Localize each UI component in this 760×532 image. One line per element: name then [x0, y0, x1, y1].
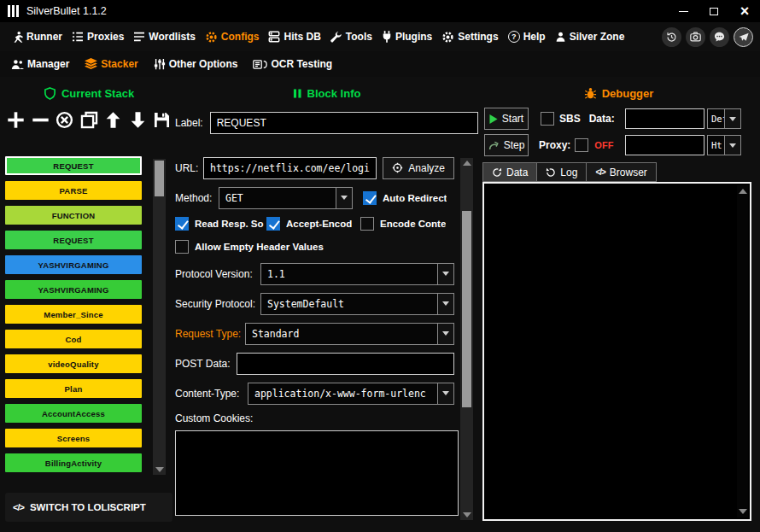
stack-item[interactable]: BillingActivity	[5, 453, 142, 472]
data-type-dropdown[interactable]: Def	[707, 108, 741, 129]
stack-item[interactable]: Screens	[5, 429, 142, 447]
maximize-button[interactable]	[699, 0, 729, 22]
stack-item[interactable]: YASHVIRGAMING	[5, 280, 142, 299]
start-label: Start	[502, 113, 523, 125]
accept-encoding-checkbox[interactable]	[266, 217, 280, 231]
tab-browser[interactable]: </> Browser	[586, 162, 656, 182]
content-type-caption: Content-Type:	[175, 388, 248, 400]
history-button[interactable]	[662, 27, 681, 47]
dropdown-button[interactable]	[724, 136, 740, 155]
runner-icon	[11, 31, 23, 44]
dropdown-button[interactable]	[437, 383, 453, 404]
remove-block-button[interactable]	[32, 111, 50, 129]
scrollbar-thumb[interactable]	[462, 211, 471, 407]
current-stack-title: Current Stack	[61, 87, 134, 100]
proxy-type-dropdown[interactable]: Ht	[707, 135, 741, 155]
scroll-down-icon[interactable]	[463, 512, 471, 517]
menu-tools[interactable]: Tools	[330, 31, 372, 43]
sbs-checkbox[interactable]	[541, 112, 554, 126]
menu-settings[interactable]: Settings	[441, 31, 498, 44]
stack-item[interactable]: Plan	[5, 379, 142, 398]
encode-content-checkbox[interactable]	[360, 217, 374, 231]
debug-data-input[interactable]	[625, 108, 704, 129]
dropdown-button[interactable]	[724, 109, 740, 128]
tab-data[interactable]: Data	[482, 162, 536, 182]
switch-to-loliscript-button[interactable]: </> SWITCH TO LOLISCRIPT	[5, 493, 172, 522]
start-button[interactable]: Start	[484, 108, 529, 130]
delete-block-button[interactable]	[56, 111, 73, 129]
stack-scrollbar[interactable]	[153, 159, 166, 475]
content-type-dropdown[interactable]: application/x-www-form-urlenc	[248, 383, 454, 405]
tab-log[interactable]: Log	[536, 162, 586, 182]
scrollbar-thumb[interactable]	[155, 161, 164, 196]
output-scrollbar[interactable]	[737, 185, 748, 517]
scroll-up-icon[interactable]	[463, 161, 471, 166]
stack-item[interactable]: AccountAccess	[5, 404, 142, 423]
submenu-ocr-testing[interactable]: OCR Testing	[253, 58, 332, 70]
chevron-down-icon	[442, 301, 449, 306]
proxy-type-value: Ht	[708, 136, 724, 155]
step-label: Step	[504, 139, 525, 151]
menu-plugins[interactable]: Plugins	[382, 31, 432, 43]
auto-redirect-checkbox[interactable]	[363, 191, 377, 205]
stack-item[interactable]: PARSE	[5, 181, 142, 200]
block-label-input[interactable]	[210, 112, 478, 134]
scroll-up-icon[interactable]	[739, 189, 747, 194]
submenu-manager[interactable]: Manager	[11, 58, 69, 70]
stack-item[interactable]: Member_Since	[5, 305, 142, 324]
bars-icon	[293, 88, 302, 99]
post-data-input[interactable]	[237, 353, 454, 375]
dropdown-button[interactable]	[336, 188, 352, 208]
move-down-button[interactable]	[129, 111, 147, 129]
chat-button[interactable]	[710, 27, 729, 47]
stack-item[interactable]: REQUEST	[5, 231, 142, 249]
stack-item[interactable]: Cod	[5, 330, 142, 348]
scroll-down-icon[interactable]	[739, 509, 747, 514]
debugger-output[interactable]	[482, 182, 751, 521]
dropdown-button[interactable]	[437, 324, 453, 344]
dropdown-button[interactable]	[437, 294, 453, 314]
custom-cookies-textarea[interactable]	[175, 430, 459, 516]
request-block-form: URL: Analyze Method: GET Auto Redirect	[175, 156, 478, 516]
chevron-down-icon	[442, 391, 449, 395]
stack-item[interactable]: REQUEST	[5, 156, 142, 175]
content-type-value: application/x-www-form-urlenc	[248, 383, 437, 404]
menu-proxies[interactable]: Proxies	[72, 31, 124, 43]
security-protocol-dropdown[interactable]: SystemDefault	[260, 293, 454, 315]
stack-item[interactable]: videoQuality	[5, 354, 142, 373]
request-type-dropdown[interactable]: Standard	[245, 323, 454, 345]
proxy-checkbox[interactable]	[575, 138, 588, 152]
close-button[interactable]: ×	[729, 0, 760, 22]
menu-wordlists[interactable]: Wordlists	[133, 31, 195, 43]
proxy-input[interactable]	[625, 135, 704, 155]
dropdown-button[interactable]	[437, 264, 453, 284]
save-config-button[interactable]	[153, 111, 171, 129]
telegram-button[interactable]	[734, 27, 753, 47]
url-caption: URL:	[175, 162, 203, 174]
debugger-tabs: Data Log </> Browser	[482, 162, 755, 182]
read-resp-source-checkbox[interactable]	[175, 217, 189, 231]
stack-item[interactable]: FUNCTION	[5, 206, 142, 225]
menu-hits-db[interactable]: Hits DB	[268, 31, 320, 43]
method-dropdown[interactable]: GET	[219, 187, 353, 209]
submenu-other-options[interactable]: Other Options	[154, 58, 238, 70]
form-scrollbar[interactable]	[460, 158, 473, 520]
menu-silver-zone[interactable]: Silver Zone	[555, 31, 625, 43]
menu-runner[interactable]: Runner	[11, 31, 62, 44]
move-up-button[interactable]	[104, 111, 122, 129]
submenu-stacker[interactable]: Stacker	[85, 58, 137, 70]
step-button[interactable]: Step	[484, 134, 529, 156]
clone-block-button[interactable]	[80, 111, 98, 129]
screenshot-button[interactable]	[686, 27, 705, 47]
menu-help[interactable]: ? Help	[508, 31, 546, 43]
minimize-button[interactable]	[668, 0, 699, 22]
add-block-button[interactable]	[7, 111, 25, 129]
menu-configs[interactable]: Configs	[205, 31, 260, 44]
scroll-down-icon[interactable]	[155, 467, 164, 472]
menu-label: Plugins	[395, 31, 432, 43]
url-input[interactable]	[203, 157, 377, 179]
allow-empty-headers-checkbox[interactable]	[175, 240, 189, 254]
analyze-button[interactable]: Analyze	[383, 157, 454, 179]
protocol-version-dropdown[interactable]: 1.1	[260, 263, 454, 285]
stack-item[interactable]: YASHVIRGAMING	[5, 255, 142, 274]
